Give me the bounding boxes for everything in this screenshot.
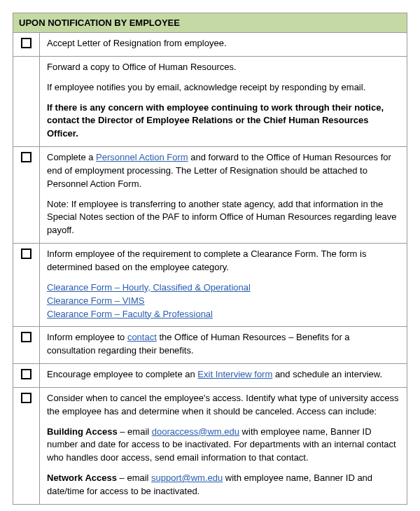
checklist-row: Forward a copy to Office of Human Resour… xyxy=(13,57,407,147)
text-line: If there is any concern with employee co… xyxy=(47,102,400,141)
text-line: Encourage employee to complete an Exit I… xyxy=(47,368,400,382)
text-cell: Inform employee to contact the Office of… xyxy=(40,327,407,363)
section: UPON NOTIFICATION BY EMPLOYEEAccept Lett… xyxy=(13,13,407,505)
checkbox-cell xyxy=(13,388,40,504)
checklist-row: Consider when to cancel the employee's a… xyxy=(13,388,407,504)
text-span: Network Access xyxy=(47,472,117,483)
text-line: Note: If employee is transferring to ano… xyxy=(47,198,400,238)
text-line: Inform employee of the requirement to co… xyxy=(47,248,400,274)
text-line: Building Access – email dooraccess@wm.ed… xyxy=(47,426,400,465)
checklist-row: Accept Letter of Resignation from employ… xyxy=(13,33,407,57)
link[interactable]: Clearance Form – VIMS xyxy=(47,295,144,306)
link[interactable]: support@wm.edu xyxy=(151,472,223,483)
checklist-row: Inform employee of the requirement to co… xyxy=(13,244,407,327)
text-cell: Encourage employee to complete an Exit I… xyxy=(40,364,407,387)
text-cell: Forward a copy to Office of Human Resour… xyxy=(40,57,407,146)
text-line: Clearance Form – Hourly, Classified & Op… xyxy=(47,281,400,295)
text-cell: Inform employee of the requirement to co… xyxy=(40,244,407,326)
link[interactable]: Personnel Action Form xyxy=(96,152,188,162)
text-line: Network Access – email support@wm.edu wi… xyxy=(47,472,400,498)
text-line: If employee notifies you by email, ackno… xyxy=(47,81,400,94)
checklist-row: Inform employee to contact the Office of… xyxy=(13,327,407,364)
checkbox-cell xyxy=(13,57,40,146)
text-line: Consider when to cancel the employee's a… xyxy=(47,392,400,419)
checkbox-cell xyxy=(13,364,40,387)
text-span: Encourage employee to complete an xyxy=(47,369,197,379)
text-line: Inform employee to contact the Office of… xyxy=(47,331,400,358)
checkbox[interactable] xyxy=(21,369,31,379)
link[interactable]: dooraccess@wm.edu xyxy=(152,426,239,437)
link[interactable]: Clearance Form – Hourly, Classified & Op… xyxy=(47,282,251,293)
text-span: and schedule an interview. xyxy=(272,369,382,379)
text-span: Complete a xyxy=(47,152,96,162)
checkbox[interactable] xyxy=(21,152,31,162)
text-line: Forward a copy to Office of Human Resour… xyxy=(47,61,400,74)
text-line: Clearance Form – Faculty & Professional xyxy=(47,308,400,321)
link[interactable]: Clearance Form – Faculty & Professional xyxy=(47,309,213,319)
text-span: – email xyxy=(118,426,152,437)
checkbox[interactable] xyxy=(21,393,31,403)
text-line: Accept Letter of Resignation from employ… xyxy=(47,37,400,50)
checkbox-cell xyxy=(13,33,40,56)
link[interactable]: Exit Interview form xyxy=(197,369,272,379)
checklist-row: Encourage employee to complete an Exit I… xyxy=(13,364,407,388)
text-span: Inform employee to xyxy=(47,332,127,342)
checkbox[interactable] xyxy=(21,332,31,342)
link[interactable]: contact xyxy=(127,332,157,342)
text-span: – email xyxy=(117,472,151,483)
text-cell: Consider when to cancel the employee's a… xyxy=(40,388,407,504)
checklist-row: Complete a Personnel Action Form and for… xyxy=(13,147,407,244)
text-line: Complete a Personnel Action Form and for… xyxy=(47,151,400,191)
checkbox-cell xyxy=(13,147,40,243)
checkbox-cell xyxy=(13,244,40,326)
text-line: Clearance Form – VIMS xyxy=(47,295,400,308)
text-cell: Accept Letter of Resignation from employ… xyxy=(40,33,407,56)
text-span: Building Access xyxy=(47,426,118,437)
section-header: UPON NOTIFICATION BY EMPLOYEE xyxy=(13,13,407,33)
checkbox-cell xyxy=(13,327,40,363)
checkbox[interactable] xyxy=(21,38,31,48)
text-cell: Complete a Personnel Action Form and for… xyxy=(40,147,407,243)
checkbox[interactable] xyxy=(21,248,31,259)
